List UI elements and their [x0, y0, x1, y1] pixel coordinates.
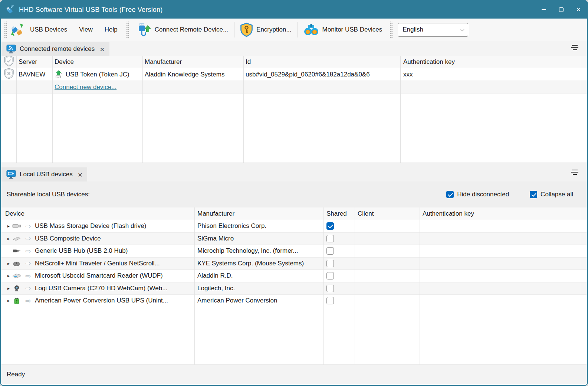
expander-icon[interactable]: ▸	[6, 286, 11, 291]
share-arrow-icon: ⇨	[22, 297, 34, 305]
shared-checkbox[interactable]	[326, 235, 334, 242]
column-header-server[interactable]: Server	[16, 56, 52, 68]
client-cell	[355, 220, 420, 232]
encryption-label: Encryption...	[256, 26, 292, 33]
table-row[interactable]: ▸ ⇨ Logi USB Camera (C270 HD WebCam) (We…	[1, 282, 587, 295]
column-header-device[interactable]: Device	[52, 56, 142, 68]
column-header-manufacturer[interactable]: Manufacturer	[194, 207, 323, 220]
toolbar-separator	[234, 22, 234, 37]
share-arrow-icon: ⇨	[22, 234, 34, 243]
server-cell: BAVNEW	[16, 68, 52, 81]
menu-usb-devices[interactable]: USB Devices	[24, 22, 73, 37]
shared-checkbox[interactable]	[326, 260, 334, 267]
auth-key-cell: xxx	[400, 68, 587, 81]
status-bar: Ready	[1, 364, 587, 384]
menu-view[interactable]: View	[73, 22, 99, 37]
column-header-id[interactable]: Id	[243, 56, 400, 68]
hide-disconnected-checkbox[interactable]	[446, 191, 454, 198]
shared-checkbox[interactable]	[326, 272, 334, 279]
connect-remote-device-button[interactable]: Connect Remote Device...	[132, 21, 233, 38]
table-row[interactable]: ▸ ⇨ Generic USB Hub (USB 2.0 Hub) Microc…	[1, 245, 587, 258]
device-name: USB Token (Token JC)	[66, 71, 129, 78]
shareable-caption: Shareable local USB devices:	[7, 191, 90, 198]
minimize-icon	[542, 9, 546, 10]
remote-device-row[interactable]: BAVNEW USB Token (Token JC) Aladdin Know…	[1, 68, 587, 81]
client-cell	[355, 245, 420, 257]
status-column-header[interactable]	[1, 56, 16, 68]
remote-monitor-signal-icon	[6, 45, 16, 54]
close-icon: ×	[576, 6, 581, 14]
expander-icon[interactable]: ▸	[6, 273, 11, 278]
client-cell	[355, 295, 420, 307]
connect-remote-device-label: Connect Remote Device...	[155, 26, 228, 33]
local-tab-label: Local USB devices	[20, 171, 73, 178]
remote-panel-menu-button[interactable]	[571, 45, 578, 50]
minimize-button[interactable]	[535, 1, 552, 19]
share-arrow-icon: ⇨	[22, 222, 34, 230]
tab-connected-remote-devices[interactable]: Connected remote devices ×	[1, 42, 109, 56]
table-row[interactable]: ▸ ⇨ USB Composite Device SiGma Micro	[1, 233, 587, 245]
ups-battery-icon	[11, 297, 22, 304]
close-button[interactable]: ×	[570, 1, 587, 19]
toolbar-grip[interactable]	[4, 22, 7, 38]
shared-checkbox[interactable]	[326, 297, 334, 304]
menu-help[interactable]: Help	[99, 22, 124, 37]
collapse-all-checkbox-group[interactable]: Collapse all	[530, 191, 573, 198]
id-cell: usb#vid_0529&pid_0620#6&182a12da&0&6	[243, 68, 400, 81]
encryption-button[interactable]: Encryption...	[236, 21, 296, 38]
column-header-auth-key[interactable]: Authentication key	[420, 207, 587, 220]
auth-key-cell	[420, 220, 587, 232]
remote-table-header: Server Device Manufacturer Id Authentica…	[1, 56, 587, 68]
monitor-usb-devices-label: Monitor USB Devices	[322, 26, 382, 33]
connect-new-device-link[interactable]: Connect new device...	[55, 84, 116, 91]
toolbar-grip[interactable]	[126, 22, 129, 38]
column-header-device[interactable]: Device	[1, 207, 194, 220]
share-arrow-icon: ⇨	[22, 284, 34, 292]
remote-tab-close-icon[interactable]: ×	[100, 45, 104, 53]
connected-remote-devices-panel: Connected remote devices ×	[1, 41, 587, 163]
local-devices-table: Device Manufacturer Shared Client Authen…	[1, 207, 587, 365]
shared-checkbox[interactable]	[326, 247, 334, 255]
usb-hub-icon	[11, 249, 22, 253]
expander-icon[interactable]: ▸	[6, 298, 11, 303]
local-panel-menu-button[interactable]	[571, 170, 578, 175]
encryption-shield-icon	[240, 23, 253, 37]
window-controls: ×	[535, 1, 587, 19]
auth-key-cell	[420, 295, 587, 307]
shared-checkbox[interactable]	[326, 285, 334, 292]
expander-icon[interactable]: ▸	[6, 236, 11, 241]
collapse-all-label: Collapse all	[541, 191, 573, 198]
client-cell	[355, 270, 420, 282]
column-header-client[interactable]: Client	[355, 207, 420, 220]
column-header-auth-key[interactable]: Authentication key	[400, 56, 587, 68]
auth-key-cell	[420, 270, 587, 282]
toolbar: USB Devices View Help Connect Remote Dev…	[1, 19, 587, 41]
table-row[interactable]: ▸ ⇨ American Power Conversion USB UPS (U…	[1, 295, 587, 307]
column-header-shared[interactable]: Shared	[323, 207, 355, 220]
tab-local-usb-devices[interactable]: Local USB devices ×	[1, 167, 87, 181]
table-row[interactable]: ▸ ⇨ Microsoft Usbccid Smartcard Reader (…	[1, 270, 587, 282]
toolbar-grip[interactable]	[390, 22, 393, 38]
expander-icon[interactable]: ▸	[6, 223, 11, 229]
hide-disconnected-checkbox-group[interactable]: Hide disconnected	[446, 191, 509, 198]
language-select[interactable]: English	[398, 23, 468, 37]
status-text: Ready	[7, 371, 25, 378]
remote-tab-bar: Connected remote devices ×	[1, 41, 587, 56]
monitor-usb-devices-button[interactable]: Monitor USB Devices	[299, 21, 387, 38]
manufacturer-cell: Aladdin Knowledge Systems	[142, 68, 243, 81]
client-cell	[355, 282, 420, 295]
device-cell: USB Token (Token JC)	[52, 68, 142, 81]
remote-tab-label: Connected remote devices	[20, 45, 95, 53]
table-row[interactable]: ▸ ⇨ NetScroll+ Mini Traveler / Genius Ne…	[1, 258, 587, 270]
composite-device-icon	[11, 236, 22, 241]
shared-checkbox[interactable]	[326, 222, 334, 230]
collapse-all-checkbox[interactable]	[530, 191, 537, 198]
local-panel-options: Shareable local USB devices: Hide discon…	[1, 181, 587, 207]
expander-icon[interactable]: ▸	[6, 261, 11, 266]
maximize-button[interactable]	[552, 1, 570, 19]
column-header-manufacturer[interactable]: Manufacturer	[142, 56, 243, 68]
connect-remote-device-icon	[137, 23, 151, 37]
table-row[interactable]: ▸ ⇨ USB Mass Storage Device (Flash drive…	[1, 220, 587, 233]
chevron-down-icon	[460, 27, 464, 31]
local-tab-close-icon[interactable]: ×	[78, 171, 82, 179]
